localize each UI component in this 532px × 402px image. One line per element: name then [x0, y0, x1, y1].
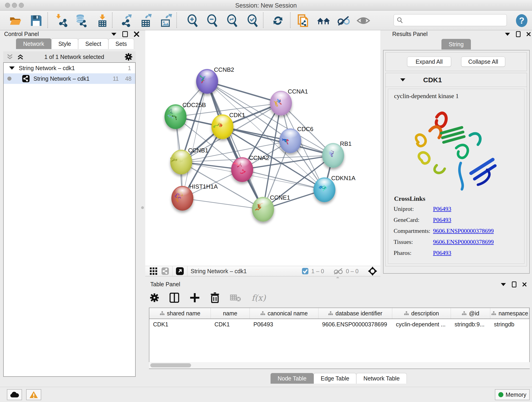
- cloud-button[interactable]: [7, 389, 22, 400]
- table-cell[interactable]: 9606.ENSP00000378699: [318, 319, 392, 330]
- tab-sets[interactable]: Sets: [108, 38, 134, 49]
- tab-edge-table[interactable]: Edge Table: [314, 373, 356, 384]
- collapse-panel-icon[interactable]: [501, 283, 506, 286]
- scrollbar-thumb[interactable]: [150, 363, 191, 367]
- table-row: CDK1CDK1P064939606.ENSP00000378699cyclin…: [149, 319, 529, 330]
- expand-all-button[interactable]: Expand All: [407, 57, 451, 67]
- cloud-icon: [10, 391, 19, 398]
- crosslink-link[interactable]: P06493: [433, 217, 451, 223]
- table-options-gear-icon[interactable]: [150, 293, 159, 302]
- node-label: CDC25B: [182, 102, 206, 109]
- search-input[interactable]: [405, 17, 504, 23]
- memory-status-dot: [498, 392, 503, 397]
- column-header-name[interactable]: name: [211, 308, 250, 319]
- network-edge[interactable]: [182, 81, 207, 198]
- warnings-button[interactable]: [26, 389, 41, 400]
- close-panel-icon[interactable]: [522, 282, 526, 287]
- float-panel-icon[interactable]: [516, 31, 520, 37]
- column-header-shared-name[interactable]: shared name: [149, 308, 211, 319]
- selected-checkbox-icon[interactable]: [302, 268, 309, 274]
- node-label: CCNA2: [249, 154, 269, 162]
- network-canvas[interactable]: CCNB2CCNA1CDC25BCDK1CDC6RB1CCNB1CCNA2CDK…: [145, 30, 380, 266]
- network-edge[interactable]: [222, 127, 333, 155]
- birdseye-grid-icon[interactable]: [149, 267, 158, 275]
- help-button[interactable]: ?: [515, 14, 529, 27]
- import-network-button[interactable]: [56, 14, 69, 27]
- table-cell[interactable]: P06493: [250, 319, 318, 330]
- crosslink-link[interactable]: P06493: [433, 249, 451, 256]
- tab-string[interactable]: String: [442, 39, 471, 50]
- left-splitter-handle[interactable]: [141, 206, 144, 209]
- fit-content-crosshair-icon[interactable]: [368, 267, 377, 276]
- export-network-button[interactable]: [119, 14, 133, 27]
- protein-name: CDK1: [423, 76, 442, 84]
- protein-details: cyclin-dependent kinase 1: [388, 89, 525, 264]
- zoom-out-button[interactable]: [205, 14, 219, 27]
- memory-button[interactable]: Memory: [495, 389, 530, 400]
- expand-all-networks-icon[interactable]: [17, 54, 24, 60]
- table-horizontal-scrollbar[interactable]: [149, 362, 530, 369]
- tab-network[interactable]: Network: [16, 38, 51, 49]
- delete-table-icon: [230, 294, 241, 302]
- crosslink-link[interactable]: P06493: [433, 206, 451, 212]
- network-list-toolbar: 1 of 1 Network selected: [3, 51, 136, 62]
- network-collection-row[interactable]: String Network – cdk1 1: [4, 63, 135, 73]
- column-label: database identifier: [336, 310, 382, 317]
- refresh-layout-button[interactable]: [271, 14, 285, 27]
- collapse-panel-icon[interactable]: [505, 33, 510, 36]
- column-header--id[interactable]: @id: [451, 308, 490, 319]
- network-view-statusbar: String Network – cdk1 1 – 0 0 – 0: [145, 266, 380, 276]
- zoom-fit-button[interactable]: [225, 14, 239, 27]
- network-row-selected[interactable]: String Network – cdk1 11 48: [4, 73, 135, 84]
- import-table-button[interactable]: [95, 14, 109, 27]
- crosslink-link[interactable]: 9606.ENSP00000378699: [433, 239, 494, 245]
- table-cell[interactable]: stringdb: [490, 319, 529, 330]
- table-tabs: Node Table Edge Table Network Table: [145, 373, 532, 384]
- save-session-button[interactable]: [29, 14, 43, 27]
- import-database-button[interactable]: [75, 14, 88, 27]
- collapse-protein-icon[interactable]: [400, 78, 405, 81]
- tab-network-table[interactable]: Network Table: [356, 373, 407, 384]
- show-eye-button[interactable]: [356, 14, 370, 27]
- table-cell[interactable]: CDK1: [149, 319, 211, 330]
- attribute-tree-icon: [328, 311, 333, 316]
- collapse-all-button[interactable]: Collapse All: [461, 57, 505, 67]
- share-network-icon[interactable]: [161, 267, 169, 275]
- network-options-gear-icon[interactable]: [125, 53, 133, 61]
- copy-network-button[interactable]: [296, 14, 310, 27]
- network-edge[interactable]: [182, 198, 263, 209]
- open-in-window-icon[interactable]: [176, 267, 184, 275]
- column-header-description[interactable]: description: [392, 308, 451, 319]
- close-panel-icon[interactable]: [134, 32, 139, 37]
- column-header-database-identifier[interactable]: database identifier: [318, 308, 392, 319]
- collection-expand-icon[interactable]: [9, 66, 15, 70]
- attribute-tree-icon: [160, 311, 165, 316]
- open-session-button[interactable]: [9, 14, 22, 27]
- export-image-button[interactable]: [159, 14, 173, 27]
- column-header-namespace[interactable]: namespace: [490, 308, 529, 319]
- homes-icon-button[interactable]: [317, 14, 330, 27]
- zoom-in-button[interactable]: [186, 14, 199, 27]
- tab-select[interactable]: Select: [78, 38, 108, 49]
- collapse-panel-icon[interactable]: [111, 33, 116, 36]
- add-column-icon[interactable]: [190, 293, 200, 303]
- table-cell[interactable]: stringdb:9...: [451, 319, 490, 330]
- collapse-all-networks-icon[interactable]: [6, 54, 13, 60]
- tab-node-table[interactable]: Node Table: [271, 373, 314, 384]
- show-columns-icon[interactable]: [170, 293, 179, 303]
- column-header-canonical-name[interactable]: canonical name: [250, 308, 318, 319]
- table-cell[interactable]: CDK1: [211, 319, 250, 330]
- tab-style[interactable]: Style: [51, 38, 78, 49]
- zoom-selected-button[interactable]: [246, 14, 259, 27]
- float-panel-icon[interactable]: [122, 31, 128, 37]
- table-cell[interactable]: cyclin-dependent ...: [392, 319, 451, 330]
- protein-structure-image: [402, 103, 510, 195]
- close-panel-icon[interactable]: [526, 32, 531, 37]
- protein-group-header[interactable]: CDK1: [386, 73, 527, 87]
- hide-glasses-button[interactable]: [336, 14, 350, 27]
- crosslink-link[interactable]: 9606.ENSP00000378699: [433, 228, 494, 235]
- export-table-button[interactable]: [139, 14, 153, 27]
- delete-column-icon[interactable]: [210, 293, 220, 303]
- float-panel-icon[interactable]: [512, 281, 516, 287]
- export-table-icon: [139, 14, 152, 27]
